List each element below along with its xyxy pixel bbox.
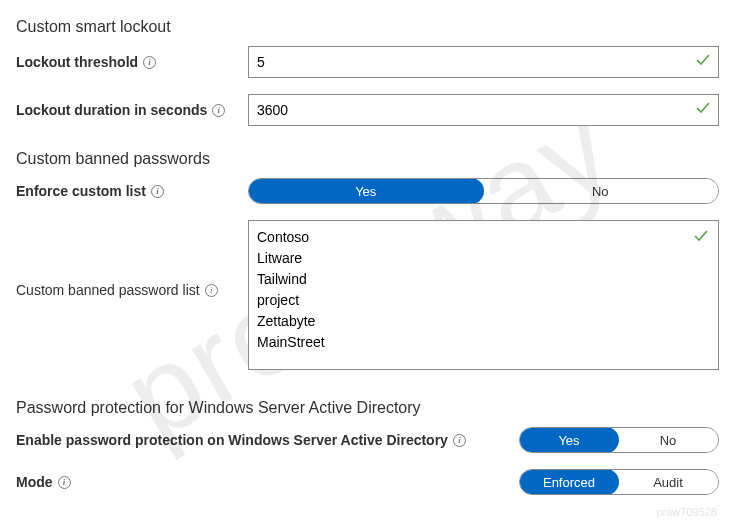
- info-icon[interactable]: i: [58, 476, 71, 489]
- label-text: Enable password protection on Windows Se…: [16, 432, 448, 448]
- toggle-enforce-custom-list[interactable]: Yes No: [248, 178, 719, 204]
- info-icon[interactable]: i: [205, 284, 218, 297]
- toggle-option-audit[interactable]: Audit: [618, 470, 718, 494]
- info-icon[interactable]: i: [212, 104, 225, 117]
- input-lockout-duration[interactable]: [248, 94, 719, 126]
- corner-watermark: praw709528: [656, 506, 717, 518]
- label-banned-password-list: Custom banned password list i: [16, 220, 248, 298]
- toggle-option-no[interactable]: No: [483, 179, 719, 203]
- toggle-option-yes[interactable]: Yes: [519, 427, 619, 453]
- label-text: Custom banned password list: [16, 282, 200, 298]
- label-enable-password-protection: Enable password protection on Windows Se…: [16, 432, 466, 448]
- toggle-option-yes[interactable]: Yes: [248, 178, 484, 204]
- section-title-password-protection: Password protection for Windows Server A…: [16, 399, 719, 417]
- label-text: Enforce custom list: [16, 183, 146, 199]
- label-enforce-custom-list: Enforce custom list i: [16, 183, 248, 199]
- section-title-banned: Custom banned passwords: [16, 150, 719, 168]
- toggle-option-enforced[interactable]: Enforced: [519, 469, 619, 495]
- textarea-banned-password-list[interactable]: [248, 220, 719, 370]
- label-text: Mode: [16, 474, 53, 490]
- label-text: Lockout duration in seconds: [16, 102, 207, 118]
- label-lockout-duration: Lockout duration in seconds i: [16, 102, 248, 118]
- info-icon[interactable]: i: [143, 56, 156, 69]
- toggle-option-no[interactable]: No: [618, 428, 718, 452]
- label-text: Lockout threshold: [16, 54, 138, 70]
- label-lockout-threshold: Lockout threshold i: [16, 54, 248, 70]
- toggle-mode[interactable]: Enforced Audit: [519, 469, 719, 495]
- section-title-lockout: Custom smart lockout: [16, 18, 719, 36]
- info-icon[interactable]: i: [453, 434, 466, 447]
- input-lockout-threshold[interactable]: [248, 46, 719, 78]
- info-icon[interactable]: i: [151, 185, 164, 198]
- label-mode: Mode i: [16, 474, 71, 490]
- toggle-enable-password-protection[interactable]: Yes No: [519, 427, 719, 453]
